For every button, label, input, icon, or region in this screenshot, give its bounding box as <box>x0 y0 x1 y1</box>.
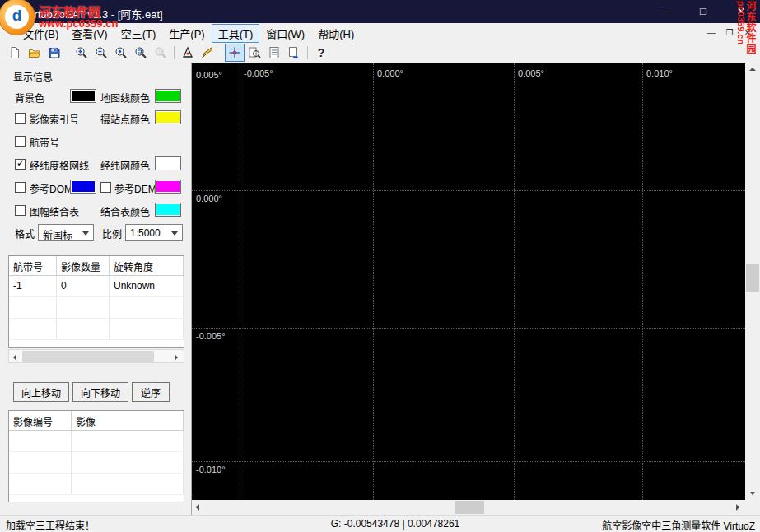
maximize-button[interactable]: □ <box>684 0 722 23</box>
sheet-index-checkbox[interactable] <box>15 205 26 216</box>
table-cell <box>9 452 72 473</box>
gridline-horizontal <box>192 328 745 329</box>
sheet-color-swatch[interactable] <box>155 203 181 217</box>
image-index-checkbox[interactable] <box>15 113 26 124</box>
graticule-color-label: 经纬网颜色 <box>100 158 150 172</box>
scroll-right-icon[interactable] <box>730 500 745 515</box>
move-up-button[interactable]: 向上移动 <box>13 382 69 402</box>
ref-dom-checkbox[interactable] <box>15 182 26 193</box>
table-cell <box>9 474 72 494</box>
scrollbar-thumb[interactable] <box>22 351 154 362</box>
column-header[interactable]: 旋转角度 <box>110 256 184 275</box>
table-cell <box>72 431 184 451</box>
column-header[interactable]: 影像 <box>72 411 184 430</box>
bg-color-label: 背景色 <box>15 91 44 105</box>
graticule-color-swatch[interactable] <box>155 156 181 170</box>
zoom-in-icon[interactable] <box>72 44 91 62</box>
table-cell: 0 <box>57 276 110 296</box>
y-axis-label: -0.005° <box>196 331 226 341</box>
scroll-up-icon[interactable] <box>745 63 760 77</box>
table-cell <box>57 319 110 339</box>
strip-table: 航带号影像数量旋转角度-10Unknown <box>8 255 184 348</box>
scroll-right-icon[interactable] <box>169 350 184 365</box>
toolbar-separator <box>68 46 68 59</box>
save-file-icon[interactable] <box>44 44 64 62</box>
tie-point-tool-icon[interactable] <box>225 44 245 62</box>
table-cell <box>110 319 184 339</box>
chevron-down-icon <box>82 231 89 236</box>
move-down-button[interactable]: 向下移动 <box>72 382 128 402</box>
open-file-icon[interactable] <box>25 44 44 62</box>
scroll-down-icon[interactable] <box>745 486 760 500</box>
column-header[interactable]: 影像编号 <box>9 411 72 430</box>
menu-item[interactable]: 空三(T) <box>114 24 163 43</box>
menu-item[interactable]: 工具(T) <box>212 24 260 43</box>
scrollbar-thumb[interactable] <box>455 501 484 514</box>
ref-dem-checkbox[interactable] <box>100 182 111 193</box>
station-color-swatch[interactable] <box>155 110 181 124</box>
report-tool-icon[interactable] <box>264 44 284 62</box>
scale-label: 比例 <box>102 226 122 240</box>
mapline-color-swatch[interactable] <box>155 89 181 103</box>
ref-dem-label: 参考DEM <box>114 181 156 195</box>
menu-item[interactable]: 帮助(H) <box>311 24 361 43</box>
mdi-minimize-button[interactable]: — <box>702 25 720 41</box>
column-header[interactable]: 影像数量 <box>57 256 110 275</box>
y-axis-label: 0.000° <box>196 194 222 203</box>
strip-number-label: 航带号 <box>30 135 59 149</box>
reverse-order-button[interactable]: 逆序 <box>132 382 170 402</box>
canvas-horizontal-scrollbar[interactable] <box>192 500 745 515</box>
zoom-fit-icon[interactable] <box>131 44 151 62</box>
strip-number-checkbox[interactable] <box>15 136 26 147</box>
new-file-icon[interactable] <box>5 44 25 62</box>
menu-item[interactable]: 窗口(W) <box>259 24 311 43</box>
sheet-index-label: 图幅结合表 <box>30 204 79 218</box>
menu-item[interactable]: 生产(P) <box>162 24 211 43</box>
table-cell <box>9 431 72 451</box>
gridline-vertical <box>240 63 240 500</box>
format-label: 格式 <box>15 226 35 240</box>
gridline-vertical <box>373 63 374 500</box>
ref-dom-color-swatch[interactable] <box>70 180 96 194</box>
watermark-vertical-url: pc0359.cn <box>736 1 746 44</box>
format-select[interactable]: 新国标 <box>38 224 94 241</box>
format-value: 新国标 <box>43 227 72 241</box>
zoom-window-icon[interactable] <box>151 44 170 62</box>
table-header-row: 航带号影像数量旋转角度 <box>9 256 184 276</box>
strip-table-scrollbar[interactable] <box>8 349 184 363</box>
zoom-out-icon[interactable] <box>91 44 111 62</box>
map-canvas[interactable]: -0.005°0.000°0.005°0.010°0.005°0.000°-0.… <box>192 63 745 500</box>
measure-tool-icon[interactable] <box>198 44 217 62</box>
scrollbar-thumb[interactable] <box>746 264 759 292</box>
column-header[interactable]: 航带号 <box>9 256 57 275</box>
bg-color-swatch[interactable] <box>70 89 96 103</box>
minimize-button[interactable]: — <box>646 0 684 23</box>
scroll-left-icon[interactable] <box>192 500 207 515</box>
help-icon[interactable]: ? <box>311 44 331 62</box>
panel-title: 显示信息 <box>13 69 53 83</box>
table-row <box>9 452 184 474</box>
canvas-vertical-scrollbar[interactable] <box>745 63 760 500</box>
toolbar-items: ? <box>5 44 331 62</box>
image-index-label: 影像索引号 <box>30 112 79 126</box>
station-tool-icon[interactable] <box>178 44 198 62</box>
inspect-tool-icon[interactable] <box>245 44 264 62</box>
table-cell: Unknown <box>110 276 184 296</box>
chevron-down-icon <box>171 231 178 236</box>
status-app-name: 航空影像空中三角测量软件 VirtuoZ <box>602 518 755 532</box>
svg-text:?: ? <box>318 46 325 59</box>
x-axis-label: 0.005° <box>518 68 544 78</box>
scale-select[interactable]: 1:5000 <box>125 224 183 241</box>
transfer-tool-icon[interactable] <box>284 44 304 62</box>
ref-dem-color-swatch[interactable] <box>155 180 181 194</box>
zoom-actual-icon[interactable] <box>111 44 131 62</box>
y-axis-label: 0.005° <box>196 70 222 80</box>
display-settings-panel: 显示信息 背景色 地图线颜色 影像索引号 摄站点颜色 航带号 经纬度格网线 经纬… <box>0 63 192 515</box>
x-axis-label: 0.000° <box>377 68 403 78</box>
graticule-checkbox[interactable] <box>15 159 26 170</box>
scrollbar-corner <box>745 500 760 515</box>
toolbar-separator <box>174 46 175 59</box>
ref-dom-label: 参考DOM <box>30 181 72 195</box>
table-cell <box>57 297 110 318</box>
table-row[interactable]: -10Unknown <box>9 276 184 297</box>
